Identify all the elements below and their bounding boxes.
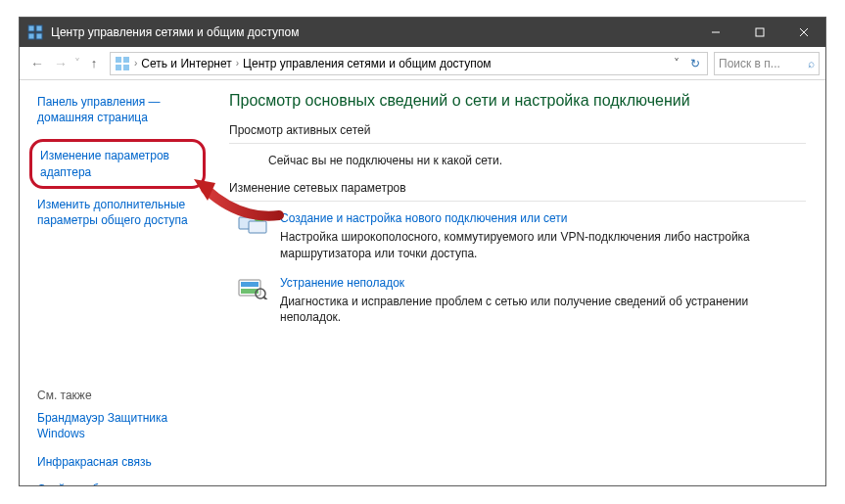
svg-line-21 xyxy=(263,297,267,299)
control-panel-icon xyxy=(115,56,130,71)
task-troubleshoot: Устранение неполадок Диагностика и испра… xyxy=(237,276,806,327)
app-icon xyxy=(27,24,43,40)
sidebar-browser-props-link[interactable]: Свойства браузера xyxy=(37,481,206,485)
addr-dropdown-icon[interactable]: ˅ xyxy=(670,57,683,70)
new-connection-icon xyxy=(237,211,268,239)
page-heading: Просмотр основных сведений о сети и наст… xyxy=(229,92,806,110)
minimize-button[interactable] xyxy=(693,18,737,47)
svg-rect-10 xyxy=(116,65,121,70)
svg-rect-13 xyxy=(249,221,266,233)
task-body: Создание и настройка нового подключения … xyxy=(280,211,806,262)
search-icon: ⌕ xyxy=(808,57,815,70)
content: Просмотр основных сведений о сети и наст… xyxy=(215,80,825,485)
svg-rect-3 xyxy=(36,33,42,39)
window-title: Центр управления сетями и общим доступом xyxy=(51,25,693,39)
active-networks-label: Просмотр активных сетей xyxy=(229,123,806,137)
sidebar-sharing-link[interactable]: Изменить дополнительные параметры общего… xyxy=(37,197,206,228)
maximize-button[interactable] xyxy=(737,18,781,47)
refresh-icon[interactable]: ↻ xyxy=(687,57,703,70)
sidebar-adapter-highlight: Изменение параметров адаптера xyxy=(29,139,206,188)
svg-rect-8 xyxy=(116,57,121,63)
address-bar[interactable]: › Сеть и Интернет › Центр управления сет… xyxy=(110,52,708,75)
back-button[interactable]: ← xyxy=(25,52,49,75)
up-button[interactable]: ↑ xyxy=(82,52,106,75)
svg-rect-5 xyxy=(756,28,764,36)
svg-rect-2 xyxy=(28,33,34,39)
search-placeholder: Поиск в п... xyxy=(719,57,804,70)
svg-rect-0 xyxy=(28,25,34,31)
sidebar-adapter-link[interactable]: Изменение параметров адаптера xyxy=(40,148,195,179)
window-controls xyxy=(693,18,825,47)
svg-rect-1 xyxy=(36,25,42,31)
sidebar-spacer xyxy=(37,240,206,377)
breadcrumb-sharing-center[interactable]: Центр управления сетями и общим доступом xyxy=(243,57,492,70)
task-new-connection: Создание и настройка нового подключения … xyxy=(237,211,806,262)
task-body: Устранение неполадок Диагностика и испра… xyxy=(280,276,806,327)
new-connection-desc: Настройка широкополосного, коммутируемог… xyxy=(280,229,806,262)
body: Панель управления — домашняя страница Из… xyxy=(20,80,825,485)
sidebar-infrared-link[interactable]: Инфракрасная связь xyxy=(37,454,206,470)
svg-rect-18 xyxy=(241,282,258,287)
titlebar: Центр управления сетями и общим доступом xyxy=(20,18,825,47)
divider xyxy=(229,201,806,202)
change-params-label: Изменение сетевых параметров xyxy=(229,181,806,195)
divider xyxy=(229,143,806,144)
chevron-right-icon[interactable]: › xyxy=(134,58,137,69)
sidebar: Панель управления — домашняя страница Из… xyxy=(20,80,215,485)
svg-rect-9 xyxy=(123,57,129,63)
troubleshoot-desc: Диагностика и исправление проблем с сеть… xyxy=(280,294,806,327)
toolbar: ← → ˅ ↑ › Сеть и Интернет › Центр управл… xyxy=(20,47,825,80)
breadcrumb-network[interactable]: Сеть и Интернет xyxy=(141,57,231,70)
svg-rect-11 xyxy=(123,65,129,70)
sidebar-see-also-label: См. также xyxy=(37,389,206,402)
search-input[interactable]: Поиск в п... ⌕ xyxy=(714,52,820,75)
nav-dropdown-icon[interactable]: ˅ xyxy=(74,57,80,70)
forward-button[interactable]: → xyxy=(49,52,72,75)
troubleshoot-link[interactable]: Устранение неполадок xyxy=(280,276,806,290)
sidebar-firewall-link[interactable]: Брандмауэр Защитника Windows xyxy=(37,410,206,441)
troubleshoot-icon xyxy=(237,276,268,303)
new-connection-link[interactable]: Создание и настройка нового подключения … xyxy=(280,211,806,225)
close-button[interactable] xyxy=(781,18,825,47)
window-network-center: Центр управления сетями и общим доступом… xyxy=(19,17,826,486)
chevron-right-icon[interactable]: › xyxy=(236,58,239,69)
sidebar-home-link[interactable]: Панель управления — домашняя страница xyxy=(37,94,206,125)
no-network-message: Сейчас вы не подключены ни к какой сети. xyxy=(268,154,806,167)
